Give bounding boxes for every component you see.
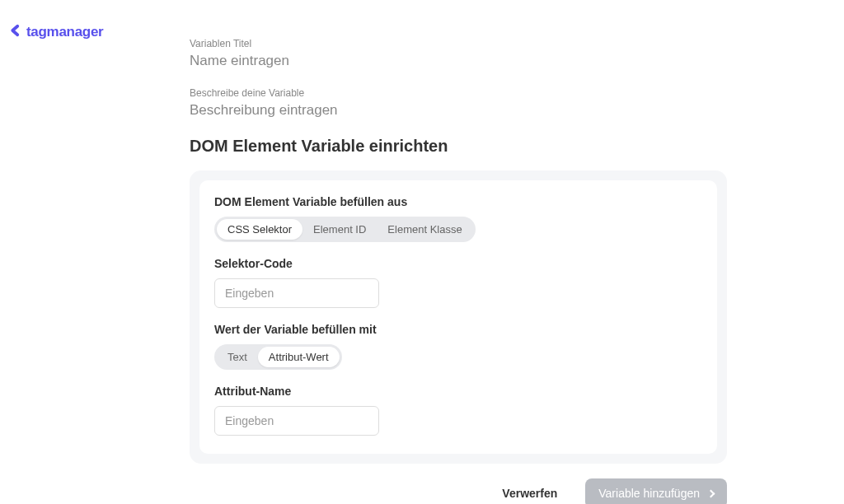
value-type-segment: Text Attribut-Wert xyxy=(214,344,342,370)
segment-element-class[interactable]: Element Klasse xyxy=(377,219,472,240)
segment-attribute-value[interactable]: Attribut-Wert xyxy=(258,347,340,367)
attribute-name-input[interactable] xyxy=(214,406,379,436)
title-label: Variablen Titel xyxy=(190,38,727,49)
selector-code-input[interactable] xyxy=(214,278,379,308)
description-label: Beschreibe deine Variable xyxy=(190,87,727,99)
chevron-right-icon xyxy=(707,489,715,497)
logo-text: tagmanager xyxy=(26,24,103,40)
selector-type-segment: CSS Selektor Element ID Element Klasse xyxy=(214,217,476,242)
segment-element-id[interactable]: Element ID xyxy=(302,219,377,240)
config-card: DOM Element Variable befüllen aus CSS Se… xyxy=(190,170,727,464)
fill-with-label: Wert der Variable befüllen mit xyxy=(214,323,702,336)
add-variable-label: Variable hinzufügen xyxy=(598,487,700,500)
selector-code-label: Selektor-Code xyxy=(214,257,702,270)
config-card-inner: DOM Element Variable befüllen aus CSS Se… xyxy=(199,180,717,454)
segment-css-selector[interactable]: CSS Selektor xyxy=(217,219,302,240)
footer-actions: Verwerfen Variable hinzufügen xyxy=(190,478,727,504)
title-input[interactable]: Name eintragen xyxy=(190,53,727,69)
fill-from-label: DOM Element Variable befüllen aus xyxy=(214,195,702,208)
logo: tagmanager xyxy=(8,23,103,41)
segment-text[interactable]: Text xyxy=(217,347,258,367)
attribute-name-label: Attribut-Name xyxy=(214,385,702,398)
description-input[interactable]: Beschreibung eintragen xyxy=(190,102,727,119)
add-variable-button[interactable]: Variable hinzufügen xyxy=(585,478,727,504)
section-title: DOM Element Variable einrichten xyxy=(190,137,727,156)
main-content: Variablen Titel Name eintragen Beschreib… xyxy=(190,38,727,504)
logo-icon xyxy=(8,23,23,41)
discard-button[interactable]: Verwerfen xyxy=(489,478,570,504)
